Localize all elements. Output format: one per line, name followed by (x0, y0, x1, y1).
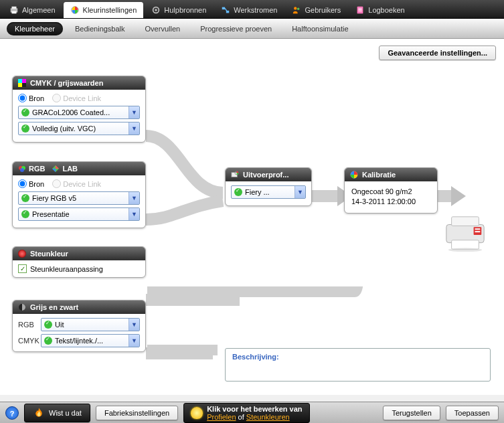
tab-label: Werkstromen (234, 6, 277, 14)
calibration-media: Ongecoat 90 g/m2 (351, 187, 430, 197)
svg-rect-26 (452, 217, 479, 226)
combo-gray-cmyk[interactable]: Tekst/lijntek./...▼ (41, 334, 140, 347)
calibration-timestamp: 14-3-2011 12:00:00 (351, 197, 430, 207)
subtab-kleurbeheer[interactable]: Kleurbeheer (7, 22, 63, 35)
check-icon (44, 337, 52, 345)
check-icon (21, 108, 29, 116)
connector-lines (146, 106, 240, 360)
svg-point-20 (20, 168, 24, 172)
panel-cmyk: CMYK / grijswaarden Bron Device Link GRA… (12, 76, 146, 143)
panel-title: Grijs en zwart (30, 303, 78, 311)
panel-title: Steunkleur (30, 250, 68, 258)
label-cmyk: CMYK (18, 337, 41, 345)
spot-color-icon (18, 250, 26, 258)
svg-rect-2 (12, 11, 17, 14)
svg-rect-11 (359, 8, 362, 9)
button-label: Wist u dat (49, 409, 82, 417)
tab-algemeen[interactable]: Algemeen (3, 2, 62, 18)
subtab-overvullen[interactable]: Overvullen (137, 22, 189, 35)
checkbox-spotmatching[interactable]: ✓ (18, 264, 27, 273)
svg-rect-14 (18, 79, 22, 83)
panel-title: Kalibratie (362, 171, 396, 179)
label-rgb: RGB (18, 321, 41, 329)
tab-logboeken[interactable]: Logboeken (349, 2, 411, 18)
svg-rect-6 (222, 7, 225, 10)
subtab-progressieve[interactable]: Progressieve proeven (192, 22, 280, 35)
factory-defaults-button[interactable]: Fabrieksinstellingen (96, 406, 178, 420)
combo-gray-rgb[interactable]: Uit▼ (41, 318, 140, 331)
subtab-bedieningsbalk[interactable]: Bedieningsbalk (67, 22, 133, 35)
chevron-down-icon: ▼ (129, 192, 139, 204)
chevron-down-icon: ▼ (129, 208, 139, 220)
checkbox-label: Steunkleuraanpassing (30, 265, 103, 273)
check-icon (234, 188, 242, 196)
panel-spotcolor: Steunkleur ✓ Steunkleuraanpassing (12, 246, 146, 278)
panel-title: Uitvoerprof... (243, 171, 288, 179)
link-steunkleuren[interactable]: Steunkleuren (246, 413, 290, 421)
svg-rect-27 (452, 240, 479, 250)
gray-black-icon (18, 303, 26, 311)
tab-werkstromen[interactable]: Werkstromen (214, 2, 284, 18)
svg-rect-17 (22, 83, 26, 87)
tab-label: Logboeken (368, 6, 404, 14)
bulb-icon (191, 407, 203, 419)
tab-label: Algemeen (22, 6, 56, 14)
panel-title-rgb: RGB (29, 165, 45, 173)
rgb-icon (18, 165, 26, 173)
workflow-canvas: Geavanceerde instellingen... CMYK / grij… (0, 39, 504, 395)
description-label: Beschrijving: (232, 353, 279, 361)
chevron-down-icon: ▼ (129, 122, 139, 135)
combo-rgb-intent[interactable]: Presentatie▼ (18, 207, 140, 221)
tab-label: Gebruikers (305, 6, 341, 14)
check-icon (21, 210, 29, 218)
reset-button[interactable]: Terugstellen (383, 406, 440, 420)
printer-icon (9, 5, 19, 15)
panel-output-profile: Uitvoerprof... Fiery ...▼ (225, 167, 312, 206)
chevron-down-icon: ▼ (295, 186, 305, 198)
help-button[interactable]: ? (5, 406, 19, 420)
chevron-down-icon: ▼ (129, 106, 139, 118)
cmyk-swatch-icon (18, 79, 26, 87)
radio-cmyk-devicelink[interactable]: Device Link (52, 94, 101, 102)
output-profile-icon (231, 171, 239, 179)
printer-graphic (442, 213, 488, 252)
tab-gebruikers[interactable]: Gebruikers (285, 2, 347, 18)
combo-rgb-profile[interactable]: Fiery RGB v5▼ (18, 191, 140, 205)
check-icon (44, 321, 52, 329)
tab-label: Hulpbronnen (164, 6, 206, 14)
users-icon (292, 5, 301, 15)
radio-rgb-devicelink[interactable]: Device Link (52, 179, 101, 188)
svg-point-9 (297, 8, 300, 11)
combo-cmyk-profile[interactable]: GRACoL2006 Coated...▼ (18, 106, 140, 119)
main-tab-bar: Algemeen Kleurinstellingen Hulpbronnen W… (0, 0, 504, 19)
combo-cmyk-intent[interactable]: Volledig (uitv. VGC)▼ (18, 122, 140, 135)
panel-title-lab: LAB (62, 165, 78, 173)
check-icon (21, 124, 29, 133)
tab-label: Kleurinstellingen (83, 6, 137, 14)
calibration-icon (350, 171, 358, 179)
svg-point-5 (155, 9, 158, 11)
log-icon (355, 5, 365, 15)
subtab-halftoon[interactable]: Halftoonsimulatie (284, 22, 356, 35)
workflow-icon (221, 5, 230, 15)
link-profielen[interactable]: Profielen (207, 413, 236, 421)
combo-output-profile[interactable]: Fiery ...▼ (231, 185, 306, 199)
radio-rgb-bron[interactable]: Bron (18, 179, 44, 188)
apply-button[interactable]: Toepassen (446, 406, 499, 420)
svg-point-31 (448, 248, 483, 252)
advanced-settings-button[interactable]: Geavanceerde instellingen... (379, 46, 496, 60)
svg-point-8 (295, 7, 297, 9)
svg-rect-13 (359, 11, 362, 11)
description-box: Beschrijving: (225, 348, 491, 382)
radio-cmyk-bron[interactable]: Bron (18, 94, 44, 102)
svg-rect-30 (475, 231, 481, 232)
panel-title: CMYK / grijswaarden (30, 79, 103, 87)
hint-text: Klik voor het bewerken van (207, 405, 302, 413)
panel-rgb-lab: RGB LAB Bron Device Link Fiery RGB v5▼ P… (12, 161, 146, 228)
tab-hulpbronnen[interactable]: Hulpbronnen (145, 2, 213, 18)
did-you-know-button[interactable]: Wist u dat (24, 404, 90, 422)
tab-kleurinstellingen[interactable]: Kleurinstellingen (64, 2, 144, 18)
svg-rect-28 (474, 227, 482, 235)
gear-icon (151, 5, 161, 15)
panel-calibration: Kalibratie Ongecoat 90 g/m2 14-3-2011 12… (344, 167, 438, 214)
